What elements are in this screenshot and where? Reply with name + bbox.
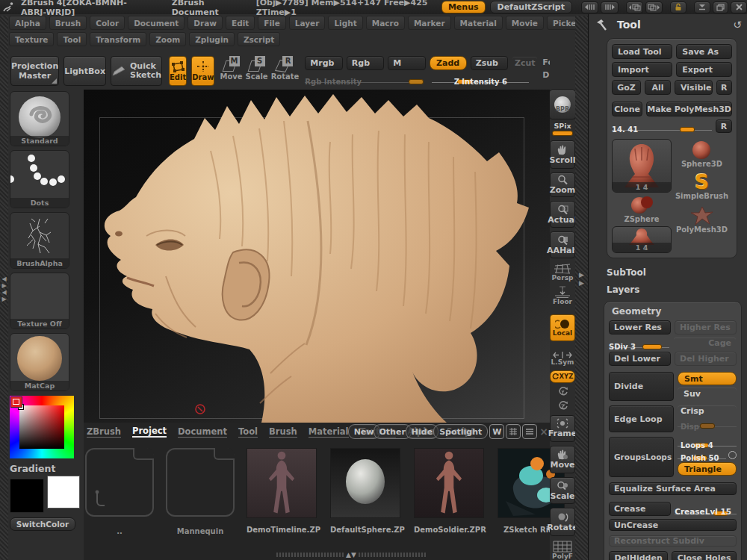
move-palette-left-button[interactable] — [626, 1, 643, 13]
scale-r-button[interactable]: R — [716, 119, 732, 133]
quick-sketch-button[interactable]: Quick Sketch — [111, 56, 162, 86]
spix-slider[interactable]: SPix — [552, 122, 573, 136]
tab-material[interactable]: Material — [309, 426, 349, 438]
web-button[interactable]: W — [489, 424, 504, 439]
menu-edit[interactable]: Edit — [226, 16, 255, 30]
zcut-button[interactable]: Zcut — [512, 56, 538, 70]
secondary-color-swatch[interactable] — [47, 476, 80, 508]
tab-project[interactable]: Project — [132, 426, 167, 438]
shelf-move-button[interactable]: Move — [550, 446, 575, 474]
rgb-intensity-slider[interactable]: Rgb Intensity — [305, 73, 423, 84]
rotate-button[interactable]: R Rotate — [271, 56, 300, 84]
menu-texture[interactable]: Texture — [9, 32, 54, 46]
loops-slider[interactable]: Loops 4 — [678, 437, 737, 448]
del-higher-button[interactable]: Del Higher — [675, 352, 737, 366]
current-material-thumbnail[interactable]: MatCap LBrownC — [10, 333, 69, 391]
uncrease-button[interactable]: UnCrease — [609, 519, 737, 531]
menu-zoom[interactable]: Zoom — [149, 32, 186, 46]
current-alpha-thumbnail[interactable]: BrushAlpha — [10, 212, 69, 269]
menu-color[interactable]: Color — [90, 16, 125, 30]
left-divider-handle-icon[interactable]: ◀▶◀▶ — [0, 276, 8, 302]
rotate-y-toggle[interactable] — [557, 386, 568, 397]
local-button[interactable]: Local — [550, 314, 575, 341]
project-demotimeline-item[interactable]: DemoTimeline.ZP — [247, 448, 318, 535]
floor-toggle[interactable]: Floor — [553, 286, 572, 305]
main-color-swatch[interactable] — [10, 479, 44, 513]
higher-res-button[interactable]: Higher Res — [675, 320, 737, 335]
polyf-toggle[interactable]: PolyF — [552, 541, 573, 560]
menus-button[interactable]: Menus — [441, 1, 486, 13]
menu-document[interactable]: Document — [128, 16, 185, 30]
restore-button[interactable] — [713, 1, 729, 13]
del-lower-button[interactable]: Del Lower — [609, 352, 671, 366]
save-as-button[interactable]: Save As — [676, 44, 732, 59]
import-button[interactable]: Import — [612, 62, 672, 77]
export-button[interactable]: Export — [676, 62, 732, 77]
move-button[interactable]: M Move — [220, 56, 242, 84]
lock-icon[interactable] — [670, 1, 686, 13]
crease-button[interactable]: Crease — [609, 502, 671, 516]
grid-view-button[interactable] — [506, 424, 521, 439]
zsphere-tool[interactable]: ZSphere — [612, 196, 672, 223]
color-sv-square[interactable] — [19, 405, 64, 449]
sphere3d-tool[interactable]: Sphere3D — [681, 140, 722, 168]
suv-toggle[interactable]: Suv — [678, 388, 737, 399]
frame-button[interactable]: Frame — [550, 415, 575, 442]
load-tool-button[interactable]: Load Tool — [612, 44, 672, 59]
goz-all-button[interactable]: All — [645, 80, 671, 95]
creaselvl-slider[interactable]: CreaseLvl 15 — [675, 503, 737, 516]
edit-button[interactable]: Edit — [169, 56, 187, 86]
cage-button[interactable]: Cage — [673, 337, 737, 349]
reconstruct-subdiv-button[interactable]: Reconstruct Subdiv — [609, 535, 737, 547]
move-palette-right-button[interactable] — [645, 1, 663, 13]
rotate-z-toggle[interactable] — [557, 400, 568, 411]
tray-resize-handle[interactable]: ▲▼ — [276, 552, 426, 558]
right-divider[interactable]: ▶▶ — [575, 16, 588, 560]
shelf-scale-button[interactable]: Scale — [550, 477, 575, 504]
menu-light[interactable]: Light — [328, 16, 362, 30]
shelf-rotate-button[interactable]: Rotate — [550, 508, 575, 536]
delhidden-button[interactable]: DelHidden — [609, 551, 668, 560]
subtool-section-header[interactable]: SubTool — [607, 267, 747, 278]
divider-collapse-right-button[interactable] — [601, 1, 618, 13]
scroll-button[interactable]: Scroll — [550, 140, 575, 169]
current-brush-thumbnail[interactable]: Standard — [10, 91, 69, 146]
make-polymesh3d-button[interactable]: Make PolyMesh3D — [646, 102, 732, 116]
draw-button[interactable]: Draw — [191, 56, 214, 86]
list-view-button[interactable] — [522, 424, 537, 439]
tab-zbrush[interactable]: ZBrush — [87, 426, 121, 438]
lightbox-button[interactable]: LightBox — [63, 56, 106, 86]
current-texture-thumbnail[interactable]: Texture Off — [10, 273, 69, 329]
folder-mannequin-item[interactable]: Mannequin — [166, 448, 235, 535]
menu-draw[interactable]: Draw — [187, 16, 223, 30]
polish-mode-toggle[interactable] — [728, 451, 737, 459]
disp-slider[interactable]: Disp — [678, 418, 737, 429]
menu-macro[interactable]: Macro — [366, 16, 405, 30]
restore-configuration-icon[interactable]: ↺ — [733, 19, 742, 31]
geometry-section-header[interactable]: Geometry — [612, 306, 737, 317]
spotlight-button[interactable]: Spotlight — [433, 424, 488, 439]
divider-collapse-left-button[interactable] — [581, 1, 598, 13]
zadd-button[interactable]: Zadd — [430, 56, 467, 70]
goz-button[interactable]: GoZ — [612, 80, 641, 95]
menu-file[interactable]: File — [258, 16, 286, 30]
persp-toggle[interactable]: Persp — [552, 264, 574, 281]
menu-marker[interactable]: Marker — [408, 16, 451, 30]
close-icon[interactable] — [731, 1, 747, 13]
crisp-toggle[interactable]: Crisp — [678, 405, 737, 417]
close-holes-button[interactable]: Close Holes — [672, 551, 737, 560]
mrgb-button[interactable]: Mrgb — [305, 56, 342, 70]
equalize-surface-area-button[interactable]: Equalize Surface Area — [609, 482, 737, 495]
z-intensity-slider[interactable]: Z Intensity 6 — [432, 73, 529, 84]
lower-res-button[interactable]: Lower Res — [609, 320, 671, 335]
default-zscript-button[interactable]: DefaultZScript — [490, 1, 572, 13]
simplebrush-tool[interactable]: S SimpleBrush — [675, 172, 728, 200]
menu-material[interactable]: Material — [454, 16, 503, 30]
menu-zplugin[interactable]: Zplugin — [189, 32, 235, 46]
project-demosoldier-item[interactable]: DemoSoldier.ZPR — [414, 448, 486, 535]
bpr-button[interactable]: BPR — [549, 90, 576, 119]
menu-tool[interactable]: Tool — [57, 32, 87, 46]
xyz-button[interactable]: XYZ — [550, 370, 575, 383]
tray-close-icon[interactable]: × — [539, 426, 548, 438]
switch-color-button[interactable]: SwitchColor — [10, 517, 75, 531]
